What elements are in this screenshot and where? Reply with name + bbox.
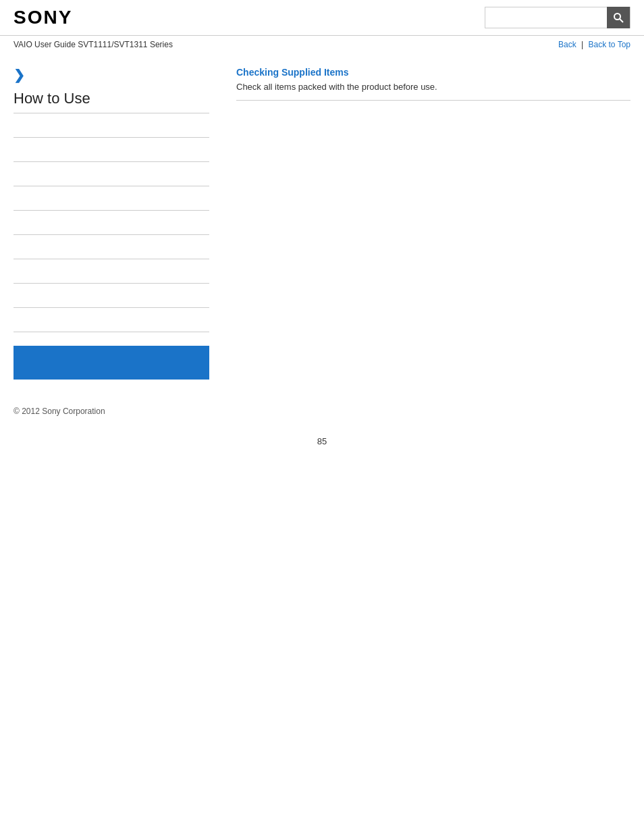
sony-logo: SONY <box>14 7 72 28</box>
sidebar: ❯ How to Use <box>14 67 223 380</box>
sidebar-item <box>14 259 209 284</box>
nav-title: VAIO User Guide SVT1111/SVT1311 Series <box>14 40 173 49</box>
sidebar-item <box>14 186 209 211</box>
page-number: 85 <box>0 429 644 453</box>
nav-bar: VAIO User Guide SVT1111/SVT1311 Series B… <box>0 36 644 53</box>
nav-links: Back | Back to Top <box>558 40 630 49</box>
footer: © 2012 Sony Corporation <box>0 393 644 429</box>
back-link[interactable]: Back <box>558 40 576 49</box>
sidebar-blue-block <box>14 346 209 380</box>
svg-point-0 <box>614 14 620 20</box>
sidebar-item <box>14 138 209 162</box>
sidebar-item <box>14 211 209 235</box>
content-divider <box>236 100 630 101</box>
search-icon <box>613 12 624 23</box>
main-content: ❯ How to Use Checking Supplied Items Che… <box>0 53 644 393</box>
sidebar-item <box>14 235 209 259</box>
search-input[interactable] <box>485 7 607 28</box>
content-area: Checking Supplied Items Check all items … <box>223 67 630 380</box>
nav-separator: | <box>581 40 583 49</box>
back-to-top-link[interactable]: Back to Top <box>589 40 630 49</box>
sidebar-item <box>14 284 209 308</box>
content-description: Check all items packed with the product … <box>236 82 630 92</box>
sidebar-item <box>14 113 209 138</box>
content-main-link[interactable]: Checking Supplied Items <box>236 67 630 78</box>
copyright-text: © 2012 Sony Corporation <box>14 407 105 416</box>
svg-line-1 <box>620 19 623 22</box>
header: SONY <box>0 0 644 36</box>
search-box <box>485 7 630 28</box>
sidebar-title: How to Use <box>14 90 209 113</box>
sidebar-item <box>14 162 209 186</box>
chevron-icon: ❯ <box>14 67 209 83</box>
sidebar-item <box>14 308 209 332</box>
search-button[interactable] <box>607 7 630 28</box>
